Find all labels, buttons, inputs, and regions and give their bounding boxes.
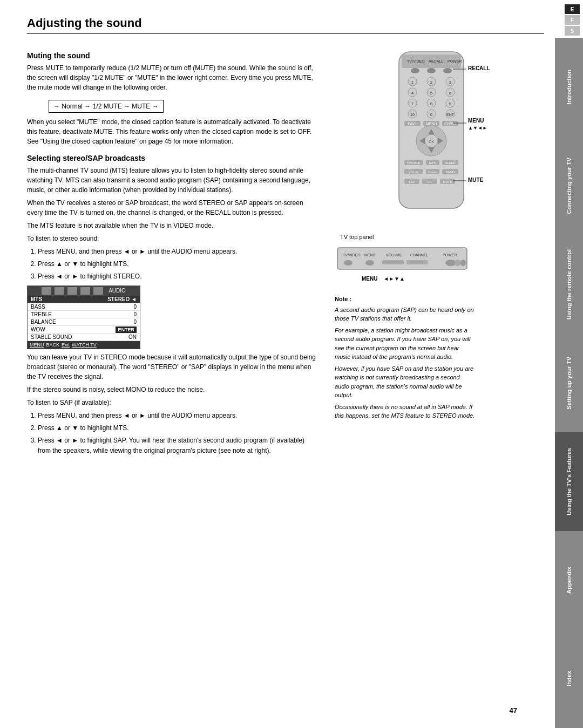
sidebar-connecting: Connecting your TV xyxy=(555,137,583,235)
stereo-step-3: Press ◄ or ► to highlight STEREO. xyxy=(38,271,318,282)
svg-text:FAV: FAV xyxy=(409,180,415,183)
right-column: TV/VIDEO RECALL POWER 1 2 3 xyxy=(329,44,544,458)
svg-text:10: 10 xyxy=(410,113,415,117)
note-item-4: Occasionally there is no sound at all in… xyxy=(335,403,475,420)
svg-text:7: 7 xyxy=(411,101,414,106)
audio-icon-1 xyxy=(42,287,51,295)
note-title: Note : xyxy=(335,295,475,304)
mute-cycle-diagram: → Normal → 1/2 MUTE → MUTE → xyxy=(49,100,164,113)
sidebar-setting-up: Setting up your TV xyxy=(555,334,583,432)
menu-label: MENU ▲▼◄► xyxy=(468,117,487,132)
svg-text:3: 3 xyxy=(449,80,452,85)
svg-text:MENU: MENU xyxy=(364,253,376,257)
mute-label: MUTE xyxy=(468,177,483,183)
audio-label-wow: WOW xyxy=(31,326,45,332)
svg-rect-74 xyxy=(382,260,404,264)
audio-val-treble: 0 xyxy=(115,311,137,317)
page-title: Adjusting the sound xyxy=(27,16,544,34)
stereo-steps-list: Press MENU, and then press ◄ or ► until … xyxy=(38,247,318,282)
remote-container: TV/VIDEO RECALL POWER 1 2 3 xyxy=(383,49,491,222)
sidebar-label-setting-up: Setting up your TV xyxy=(566,357,572,410)
note-item-2: For example, a station might broadcast m… xyxy=(335,326,475,362)
sidebar-label-appendix: Appendix xyxy=(566,567,572,594)
stereo-body2: When the TV receives a stereo or SAP bro… xyxy=(27,198,318,217)
svg-point-72 xyxy=(344,260,352,266)
stereo-step-1: Press MENU, and then press ◄ or ► until … xyxy=(38,247,318,257)
recall-label: RECALL xyxy=(468,65,490,71)
main-content: Adjusting the sound Muting the sound Pre… xyxy=(0,0,555,728)
muting-body1: Press MUTE to temporarily reduce (1/2 MU… xyxy=(27,63,318,92)
audio-menu-icons xyxy=(42,287,103,295)
tab-e: E xyxy=(565,4,580,14)
sidebar-label-using-remote: Using the remote control xyxy=(566,249,572,319)
audio-label-bass: BASS xyxy=(31,304,45,310)
audio-menu-header-row: MTS STEREO ◄ xyxy=(28,296,140,303)
svg-rect-66 xyxy=(337,248,467,269)
sidebar-introduction: Introduction xyxy=(555,38,583,137)
footer-separator1: BACK xyxy=(46,342,60,348)
svg-text:TV/VIDEO: TV/VIDEO xyxy=(343,253,361,257)
audio-menu-row-stable: STABLE SOUND ON xyxy=(28,334,140,341)
note-item-1: A second audio program (SAP) can be hear… xyxy=(335,305,475,323)
tv-panel-area: TV top panel TV/VIDEO MENU VOLUME CHANNE… xyxy=(335,234,475,282)
svg-text:4: 4 xyxy=(411,91,414,96)
sidebar-label-using-features: Using the TV's Features xyxy=(566,448,572,515)
sidebar-label-introduction: Introduction xyxy=(566,70,572,104)
page-number: 47 xyxy=(510,706,517,715)
sap-step-1: Press MENU, and then press ◄ or ► until … xyxy=(38,411,318,421)
svg-point-78 xyxy=(460,260,466,266)
footer-watchtv: WATCH TV xyxy=(72,342,97,348)
svg-point-73 xyxy=(365,260,374,266)
svg-text:MUTE: MUTE xyxy=(443,180,452,183)
left-column: Muting the sound Press MUTE to temporari… xyxy=(27,44,318,458)
sidebar-sections: Introduction Connecting your TV Using th… xyxy=(555,38,583,728)
right-sidebar: E F S Introduction Connecting your TV Us… xyxy=(555,0,583,728)
stereo-body3: The MTS feature is not available when th… xyxy=(27,221,318,230)
svg-text:CHANNEL: CHANNEL xyxy=(410,253,429,257)
svg-text:9: 9 xyxy=(449,101,452,106)
audio-label-treble: TREBLE xyxy=(31,311,52,317)
svg-text:POWER: POWER xyxy=(448,59,462,63)
svg-text:6: 6 xyxy=(449,91,452,96)
tab-s: S xyxy=(565,26,580,36)
tab-f: F xyxy=(565,15,580,25)
svg-point-5 xyxy=(411,68,419,73)
svg-text:SLEEP: SLEEP xyxy=(445,161,455,165)
svg-text:POWER: POWER xyxy=(443,253,457,257)
sap-step-2: Press ▲ or ▼ to highlight MTS. xyxy=(38,423,318,433)
audio-menu-title-bar: AUDIO xyxy=(28,286,140,296)
svg-text:CH/PG: CH/PG xyxy=(444,122,456,126)
audio-val-stable: ON xyxy=(115,334,137,340)
audio-icon-3 xyxy=(67,287,77,295)
stereo-subtitle: Selecting stereo/SAP broadcasts xyxy=(27,154,318,162)
svg-text:2: 2 xyxy=(430,80,433,85)
svg-text:1: 1 xyxy=(411,80,414,85)
audio-menu-col-stereo: STEREO ◄ xyxy=(107,296,137,302)
svg-text:CC: CC xyxy=(428,180,432,183)
sidebar-using-remote: Using the remote control xyxy=(555,235,583,334)
svg-text:BAND: BAND xyxy=(446,171,455,174)
sidebar-label-index: Index xyxy=(566,671,572,686)
audio-val-wow: ENTER xyxy=(115,326,137,332)
sidebar-using-features: Using the TV's Features xyxy=(555,432,583,531)
audio-icon-4 xyxy=(80,287,90,295)
two-column-layout: Muting the sound Press MUTE to temporari… xyxy=(27,44,544,458)
stereo-body5: If the stereo sound is noisy, select MON… xyxy=(27,385,318,394)
svg-text:5: 5 xyxy=(430,91,433,96)
stereo-intro: To listen to stereo sound: xyxy=(27,234,318,243)
menu-arrows: ▲▼◄► xyxy=(468,125,487,131)
svg-point-6 xyxy=(427,68,436,73)
tv-panel-svg: TV/VIDEO MENU VOLUME CHANNEL POWER xyxy=(335,242,475,275)
audio-menu-title-text: AUDIO xyxy=(109,288,126,294)
audio-icon-2 xyxy=(55,287,64,295)
svg-text:OK: OK xyxy=(429,140,434,144)
mute-cycle-text: → Normal → 1/2 MUTE → MUTE → xyxy=(53,103,159,110)
audio-menu-row-treble: TREBLE 0 xyxy=(28,311,140,318)
svg-text:TV/CBLE: TV/CBLE xyxy=(406,161,420,165)
audio-menu-row-wow: WOW ENTER xyxy=(28,326,140,334)
muting-body2: When you select "MUTE" mode, the closed … xyxy=(27,117,318,146)
svg-text:TV/VIDEO: TV/VIDEO xyxy=(407,59,425,63)
audio-label-balance: BALANCE xyxy=(31,319,56,325)
audio-menu-row-bass: BASS 0 xyxy=(28,303,140,311)
sidebar-index: Index xyxy=(555,629,583,728)
